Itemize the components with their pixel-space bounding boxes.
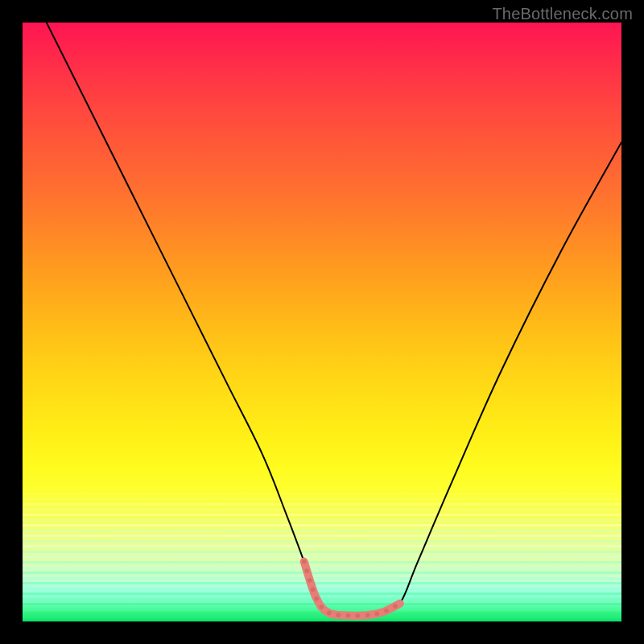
curve-line [47, 23, 621, 616]
chart-frame: TheBottleneck.com [0, 0, 644, 644]
watermark-text: TheBottleneck.com [492, 5, 633, 23]
highlight-segment [304, 562, 400, 616]
chart-plot-area [23, 23, 621, 621]
chart-svg [23, 23, 621, 621]
